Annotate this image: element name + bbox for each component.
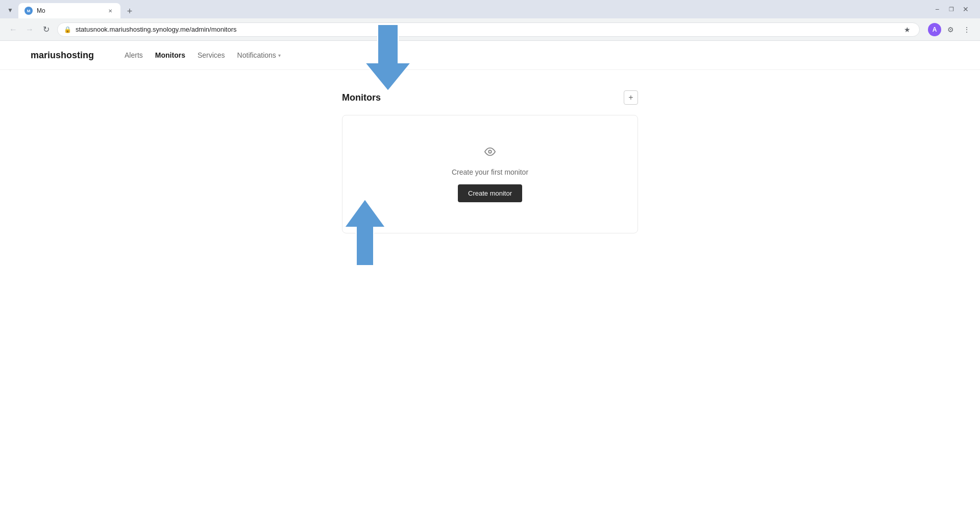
bookmark-btn[interactable]: ★	[901, 23, 913, 36]
forward-btn[interactable]: →	[22, 22, 37, 37]
reload-btn[interactable]: ↻	[39, 22, 53, 37]
ssl-icon: 🔒	[64, 26, 71, 33]
back-btn[interactable]: ←	[6, 22, 20, 37]
browser-tab[interactable]: M Mo ✕	[18, 3, 120, 18]
nav-notifications-dropdown[interactable]: Notifications ▾	[237, 51, 281, 59]
tab-title: Mo	[37, 7, 102, 14]
empty-state-text: Create your first monitor	[452, 168, 528, 176]
nav-monitors[interactable]: Monitors	[155, 49, 185, 61]
tab-close-btn[interactable]: ✕	[106, 7, 114, 15]
tab-list-btn[interactable]: ▼	[4, 4, 16, 16]
notifications-dropdown-arrow: ▾	[278, 53, 281, 58]
menu-btn[interactable]: ⋮	[960, 22, 974, 37]
extensions-btn[interactable]: ⚙	[943, 22, 958, 37]
restore-btn[interactable]: ❐	[945, 3, 958, 15]
empty-state-card: Create your first monitor Create monitor	[342, 115, 638, 233]
close-btn[interactable]: ✕	[960, 3, 972, 15]
tab-favicon: M	[24, 7, 33, 15]
nav-notifications-label: Notifications	[237, 51, 276, 59]
nav-alerts[interactable]: Alerts	[125, 49, 143, 61]
empty-state-icon	[484, 146, 496, 160]
minimize-btn[interactable]: −	[931, 3, 943, 15]
monitors-title: Monitors	[342, 92, 381, 103]
profile-btn[interactable]: A	[928, 23, 941, 36]
new-tab-btn[interactable]: +	[122, 4, 137, 18]
nav-services[interactable]: Services	[198, 49, 225, 61]
svg-point-0	[488, 150, 492, 153]
create-monitor-btn[interactable]: Create monitor	[458, 184, 522, 202]
address-text: statusnook.mariushosting.synology.me/adm…	[76, 26, 897, 33]
app-logo[interactable]: mariushosting	[31, 50, 94, 61]
add-monitor-btn[interactable]: +	[624, 90, 638, 105]
